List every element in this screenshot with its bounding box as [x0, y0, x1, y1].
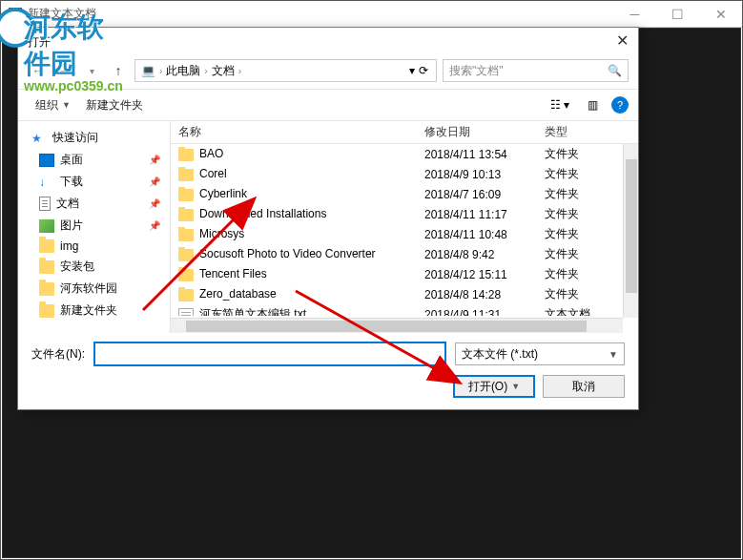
file-row[interactable]: Tencent Files2018/4/12 15:11文件夹 [171, 264, 638, 284]
column-headers: 名称 修改日期 类型 [171, 121, 638, 144]
sidebar-item-label: img [60, 239, 78, 253]
sidebar-item[interactable]: 桌面📌 [18, 149, 170, 171]
file-list: 名称 修改日期 类型 BAO2018/4/11 13:54文件夹Corel201… [171, 121, 638, 333]
folder-icon [39, 260, 54, 274]
file-date: 2018/4/12 15:11 [417, 268, 537, 281]
col-type[interactable]: 类型 [537, 124, 613, 140]
folder-icon [178, 189, 194, 201]
chevron-down-icon: ▼ [609, 349, 618, 360]
scrollbar-horizontal[interactable] [171, 318, 623, 333]
address-row: ← → ▾ ↑ 💻 › 此电脑 › 文档 › ▾ ⟳ 搜索"文档" 🔍 [18, 56, 638, 85]
filename-input[interactable] [94, 342, 445, 365]
filetype-dropdown[interactable]: 文本文件 (*.txt) ▼ [455, 342, 625, 365]
download-icon: ↓ [39, 176, 54, 189]
file-row[interactable]: Zero_database2018/4/8 14:28文件夹 [171, 284, 638, 304]
search-input[interactable]: 搜索"文档" 🔍 [443, 59, 629, 82]
file-row[interactable]: Downloaded Installations2018/4/11 11:17文… [171, 204, 638, 224]
sidebar-item[interactable]: img [18, 237, 170, 256]
dialog-title: 打开 [28, 34, 51, 51]
file-type: 文本文档 [537, 306, 613, 316]
help-button[interactable]: ? [611, 96, 629, 114]
file-row[interactable]: BAO2018/4/11 13:54文件夹 [171, 144, 638, 164]
newfolder-button[interactable]: 新建文件夹 [78, 93, 151, 117]
file-row[interactable]: Cyberlink2018/4/7 16:09文件夹 [171, 184, 638, 204]
file-date: 2018/4/9 10:13 [417, 168, 537, 181]
file-date: 2018/4/8 9:42 [417, 248, 537, 261]
file-name: Zero_database [199, 287, 277, 301]
preview-button[interactable]: ▥ [579, 94, 606, 115]
up-button[interactable]: ↑ [108, 60, 129, 81]
search-icon[interactable]: 🔍 [608, 64, 622, 77]
desktop-icon [39, 154, 54, 167]
folder-icon [178, 249, 194, 261]
cancel-button[interactable]: 取消 [543, 375, 625, 398]
parent-title: 新建文本文档 [28, 6, 96, 22]
folder-icon [178, 269, 194, 281]
scrollbar-vertical[interactable] [623, 144, 638, 318]
toolbar: 组织▼ 新建文件夹 ☷ ▾ ▥ ? [18, 89, 638, 121]
file-date: 2018/4/11 10:48 [417, 228, 537, 241]
file-type: 文件夹 [537, 146, 613, 162]
sidebar-item-label: 河东软件园 [60, 280, 117, 297]
file-name: BAO [199, 147, 223, 160]
organize-button[interactable]: 组织▼ [28, 93, 78, 117]
chevron-icon: › [238, 66, 241, 76]
address-bar[interactable]: 💻 › 此电脑 › 文档 › ▾ ⟳ [134, 59, 437, 82]
file-name: Downloaded Installations [199, 207, 326, 220]
minimize-button[interactable]: ─ [613, 1, 656, 28]
back-button[interactable]: ← [28, 60, 49, 81]
file-date: 2018/4/9 11:31 [417, 308, 537, 317]
breadcrumb-seg[interactable]: 文档 [212, 63, 235, 79]
pin-icon: 📌 [149, 198, 160, 209]
sidebar-item-label: 文档 [56, 196, 79, 212]
sidebar-item[interactable]: 图片📌 [18, 215, 170, 237]
search-placeholder: 搜索"文档" [449, 63, 504, 79]
star-icon: ★ [31, 132, 47, 145]
pin-icon: 📌 [149, 155, 160, 165]
sidebar-item[interactable]: 安装包 [18, 256, 170, 278]
sidebar-item[interactable]: 河东软件园 [18, 278, 170, 300]
file-type: 文件夹 [537, 226, 613, 242]
pc-icon: 💻 [141, 64, 155, 77]
folder-icon [178, 149, 194, 161]
dialog-titlebar[interactable]: 打开 ✕ [18, 28, 638, 56]
breadcrumb-seg[interactable]: 此电脑 [166, 63, 200, 79]
dialog-bottom: 文件名(N): 文本文件 (*.txt) ▼ 打开(O)▼ 取消 [18, 333, 638, 409]
file-row[interactable]: Corel2018/4/9 10:13文件夹 [171, 164, 638, 184]
dialog-close-icon[interactable]: ✕ [616, 31, 629, 50]
window-controls: ─ ☐ ✕ [613, 1, 742, 28]
file-row[interactable]: Microsys2018/4/11 10:48文件夹 [171, 224, 638, 244]
sidebar-quick-access[interactable]: ★ 快速访问 [18, 127, 170, 149]
app-icon [9, 8, 22, 21]
file-type: 文件夹 [537, 186, 613, 202]
folder-icon [39, 304, 54, 318]
file-type: 文件夹 [537, 206, 613, 222]
doc-icon [39, 197, 51, 211]
folder-icon [178, 229, 194, 241]
view-button[interactable]: ☷ ▾ [547, 94, 573, 115]
file-row[interactable]: Socusoft Photo to Video Converter2018/4/… [171, 244, 638, 264]
maximize-button[interactable]: ☐ [656, 1, 699, 28]
recent-dropdown[interactable]: ▾ [81, 60, 102, 81]
sidebar-item[interactable]: 新建文件夹 [18, 300, 170, 321]
sidebar-item-label: 图片 [60, 218, 83, 234]
pin-icon: 📌 [149, 176, 160, 187]
file-list-body[interactable]: BAO2018/4/11 13:54文件夹Corel2018/4/9 10:13… [171, 144, 638, 316]
close-button[interactable]: ✕ [699, 1, 742, 28]
pin-icon: 📌 [149, 220, 160, 231]
file-date: 2018/4/11 13:54 [417, 148, 537, 161]
chevron-icon: › [204, 66, 207, 76]
col-date[interactable]: 修改日期 [417, 124, 537, 140]
sidebar-item[interactable]: 文档📌 [18, 193, 170, 215]
file-name: Microsys [199, 227, 244, 240]
file-name: 河东简单文本编辑.txt [199, 307, 306, 316]
file-row[interactable]: 河东简单文本编辑.txt2018/4/9 11:31文本文档 [171, 304, 638, 316]
col-name[interactable]: 名称 [171, 124, 417, 140]
address-dropdown[interactable]: ▾ ⟳ [407, 60, 430, 81]
open-button[interactable]: 打开(O)▼ [453, 375, 535, 398]
file-type: 文件夹 [537, 166, 613, 182]
file-type: 文件夹 [537, 246, 613, 262]
file-name: Socusoft Photo to Video Converter [199, 247, 376, 260]
file-name: Cyberlink [199, 187, 247, 200]
sidebar-item[interactable]: ↓下载📌 [18, 171, 170, 193]
